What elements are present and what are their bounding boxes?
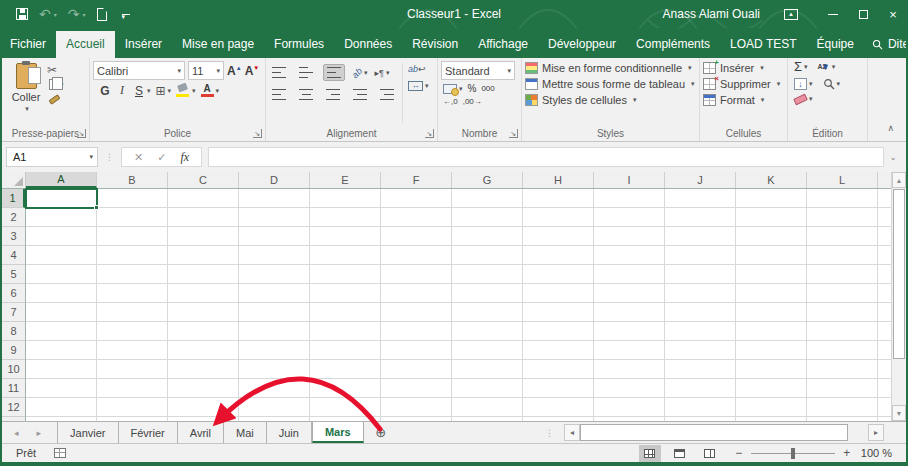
insert-cells-button[interactable]: + Insérer▾ bbox=[703, 62, 784, 74]
zoom-slider[interactable] bbox=[751, 453, 835, 454]
sheet-tab[interactable]: Février bbox=[119, 422, 178, 443]
active-cell-selection[interactable] bbox=[25, 188, 98, 209]
formula-input[interactable] bbox=[208, 147, 884, 167]
horizontal-scroll-track[interactable] bbox=[848, 422, 868, 443]
column-header[interactable]: I bbox=[594, 172, 665, 188]
autosum-dropdown-icon[interactable]: ▾ bbox=[804, 63, 808, 71]
clipboard-dialog-launcher[interactable] bbox=[77, 129, 86, 138]
macro-record-icon[interactable] bbox=[54, 448, 66, 458]
font-family-combobox[interactable]: Calibri▾ bbox=[93, 61, 185, 80]
delete-cells-button[interactable]: × Supprimer▾ bbox=[703, 78, 784, 90]
column-header[interactable]: B bbox=[97, 172, 168, 188]
find-select-icon[interactable] bbox=[823, 78, 835, 90]
vertical-scrollbar[interactable]: ▲ ▼ bbox=[891, 172, 906, 421]
zoom-level[interactable]: 100 % bbox=[861, 447, 906, 459]
align-middle-button[interactable] bbox=[296, 65, 316, 80]
number-dialog-launcher[interactable] bbox=[509, 129, 518, 138]
normal-view-button[interactable] bbox=[639, 445, 661, 462]
increase-decimal-icon[interactable]: ←,0 bbox=[443, 97, 458, 106]
font-size-combobox[interactable]: 11▾ bbox=[188, 61, 224, 80]
row-header[interactable]: 11 bbox=[2, 379, 25, 398]
merge-dropdown-icon[interactable]: ▾ bbox=[425, 82, 429, 90]
row-header[interactable]: 9 bbox=[2, 341, 25, 360]
underline-dropdown-icon[interactable]: ▾ bbox=[147, 87, 151, 95]
next-sheet-icon[interactable]: ▸ bbox=[37, 428, 42, 438]
close-button[interactable]: × bbox=[878, 2, 908, 26]
zoom-out-icon[interactable]: − bbox=[735, 446, 743, 460]
tell-me-box[interactable]: Dites-le- bbox=[864, 31, 908, 58]
ribbon-tab[interactable]: Fichier bbox=[0, 31, 56, 58]
column-header[interactable]: J bbox=[665, 172, 736, 188]
increase-font-size-icon[interactable]: A▲ bbox=[227, 64, 242, 78]
ribbon-display-options-icon[interactable]: ▲ bbox=[784, 9, 798, 20]
column-header[interactable]: C bbox=[168, 172, 239, 188]
clear-dropdown-icon[interactable]: ▾ bbox=[809, 95, 813, 103]
column-header[interactable]: K bbox=[736, 172, 807, 188]
reading-order-dropdown-icon[interactable]: ▾ bbox=[386, 69, 390, 77]
ribbon-tab[interactable]: Affichage bbox=[468, 31, 538, 58]
row-header[interactable]: 5 bbox=[2, 265, 25, 284]
format-painter-icon[interactable] bbox=[49, 94, 61, 104]
merge-center-icon[interactable]: ↔ bbox=[408, 81, 423, 91]
row-header[interactable]: 10 bbox=[2, 360, 25, 379]
accounting-dropdown-icon[interactable]: ▾ bbox=[459, 85, 463, 93]
comma-style-button[interactable]: 000 bbox=[481, 84, 494, 93]
percent-style-button[interactable]: % bbox=[468, 83, 477, 94]
ribbon-tab[interactable]: Développeur bbox=[538, 31, 626, 58]
format-as-table-button[interactable]: Mettre sous forme de tableau▾ bbox=[525, 78, 696, 90]
scroll-down-icon[interactable]: ▼ bbox=[892, 405, 906, 421]
font-dialog-launcher[interactable] bbox=[253, 129, 262, 138]
underline-button[interactable]: S bbox=[133, 84, 145, 98]
orientation-icon[interactable]: ab bbox=[350, 65, 364, 79]
number-format-combobox[interactable]: Standard▾ bbox=[441, 61, 515, 80]
scroll-left-icon[interactable]: ◂ bbox=[564, 424, 580, 441]
align-top-button[interactable] bbox=[269, 65, 289, 80]
cells-area[interactable] bbox=[26, 189, 891, 421]
clear-icon[interactable] bbox=[793, 93, 808, 105]
formula-bar-resizer[interactable]: ⋮ bbox=[105, 152, 114, 162]
column-header[interactable]: H bbox=[523, 172, 594, 188]
font-color-icon[interactable]: A bbox=[201, 84, 214, 97]
insert-function-icon[interactable]: fx bbox=[180, 150, 189, 165]
column-header[interactable]: E bbox=[310, 172, 381, 188]
fill-handle[interactable] bbox=[94, 205, 99, 210]
cut-icon[interactable]: ✂ bbox=[47, 65, 64, 75]
bold-button[interactable]: G bbox=[99, 84, 111, 98]
reading-order-icon[interactable]: ▸¶ bbox=[375, 68, 384, 78]
ribbon-tab[interactable]: Compléments bbox=[626, 31, 720, 58]
align-bottom-button[interactable] bbox=[323, 64, 345, 81]
column-header[interactable]: L bbox=[807, 172, 878, 188]
sheet-tab[interactable]: Janvier bbox=[58, 422, 118, 443]
column-header[interactable]: D bbox=[239, 172, 310, 188]
align-right-button[interactable] bbox=[323, 87, 343, 102]
scroll-right-icon[interactable]: ▸ bbox=[868, 424, 884, 441]
page-break-view-button[interactable] bbox=[699, 445, 721, 462]
borders-icon[interactable]: ⊞ bbox=[156, 85, 166, 97]
fill-color-dropdown-icon[interactable]: ▾ bbox=[192, 87, 196, 95]
row-header[interactable]: 1 bbox=[2, 189, 25, 208]
ribbon-tab[interactable]: Formules bbox=[264, 31, 334, 58]
wrap-text-icon[interactable]: ab↩ bbox=[408, 64, 429, 74]
fill-color-icon[interactable] bbox=[176, 84, 190, 97]
font-color-dropdown-icon[interactable]: ▾ bbox=[216, 87, 220, 95]
user-name[interactable]: Anass Alami Ouali bbox=[663, 7, 760, 21]
page-layout-view-button[interactable] bbox=[669, 445, 691, 462]
fill-icon[interactable]: ↓ bbox=[794, 78, 807, 90]
align-center-button[interactable] bbox=[296, 87, 316, 102]
row-header[interactable]: 6 bbox=[2, 284, 25, 303]
decrease-indent-icon[interactable] bbox=[350, 87, 370, 102]
column-header[interactable]: F bbox=[381, 172, 452, 188]
row-header[interactable]: 4 bbox=[2, 246, 25, 265]
borders-dropdown-icon[interactable]: ▾ bbox=[168, 87, 172, 95]
paste-dropdown-icon[interactable]: ▾ bbox=[25, 105, 29, 113]
paste-button[interactable]: Coller ▾ bbox=[5, 61, 47, 125]
ribbon-tab[interactable]: Insérer bbox=[115, 31, 172, 58]
autosum-icon[interactable]: Σ bbox=[794, 61, 802, 73]
ribbon-tab[interactable]: LOAD TEST bbox=[720, 31, 806, 58]
row-header[interactable]: 3 bbox=[2, 227, 25, 246]
tab-splitter[interactable]: ⋮ bbox=[545, 422, 554, 443]
select-all-corner[interactable] bbox=[2, 172, 26, 188]
row-header[interactable]: 2 bbox=[2, 208, 25, 227]
zoom-in-icon[interactable]: + bbox=[843, 446, 851, 460]
collapse-ribbon-icon[interactable]: ∧ bbox=[887, 123, 894, 133]
